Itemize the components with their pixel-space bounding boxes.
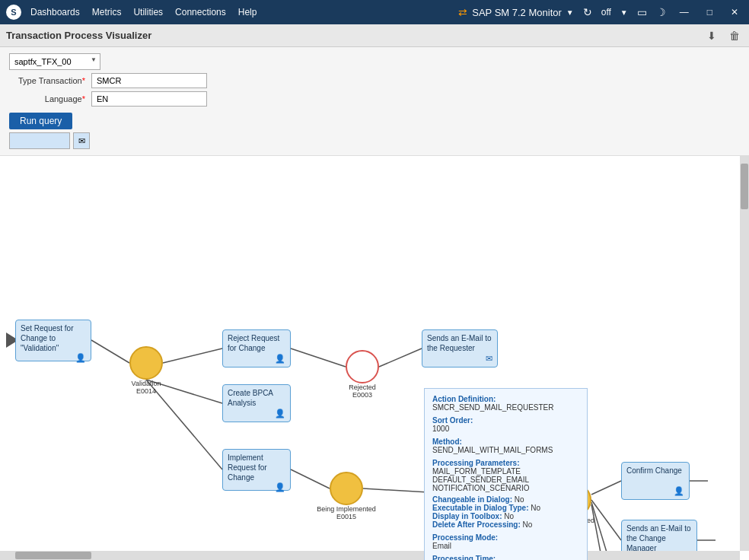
implement-request-text: Implement Request for Change [228,453,285,482]
close-button[interactable]: ✕ [726,7,743,18]
display-label: Display in Toolbox: [432,512,502,520]
processing-params-label: Processing Parameters: [432,459,579,467]
being-implemented-node[interactable]: Being ImplementedE0015 [330,472,363,505]
maximize-button[interactable]: □ [703,7,717,18]
language-row: Language* [9,91,740,107]
status-label: off [601,7,611,18]
reject-request-text: Reject Request for Change [228,333,285,354]
delete-button[interactable]: 🗑 [726,27,743,44]
title-bar-right: ↻ off ▼ ▭ ☽ — □ ✕ [583,6,743,18]
changeable-value: No [515,495,524,504]
svg-line-7 [291,469,330,488]
processing-time-label: Processing Time: [432,555,579,560]
set-request-node[interactable]: Set Request for Change to "Validation" 👤 [15,320,91,361]
confirm-user-icon: 👤 [674,486,684,496]
window-toolbar: Transaction Process Visualizer ⬇ 🗑 [0,24,749,47]
app-logo: S [6,5,21,20]
refresh-icon[interactable]: ↻ [583,6,592,18]
validation-label: ValidationE0014 [132,380,161,395]
processing-params-value: MAIL_FORM_TEMPLATE DEFAULT_SENDER_EMAIL … [432,467,579,492]
svg-line-2 [163,348,222,363]
reject-request-node[interactable]: Reject Request for Change 👤 [222,329,291,368]
email-requester-icon: ✉ [486,354,492,364]
vscrollbar-thumb[interactable] [741,164,748,209]
canvas-area: Set Request for Change to "Validation" 👤… [0,156,749,560]
implement-user-icon: 👤 [275,482,285,492]
moon-icon[interactable]: ☽ [656,6,666,18]
download-button[interactable]: ⬇ [703,27,720,44]
create-bpca-node[interactable]: Create BPCA Analysis 👤 [222,384,291,422]
svg-line-1 [91,340,129,363]
title-bar-center: ⇄ SAP SM 7.2 Monitor ▼ [458,6,573,18]
horizontal-scrollbar[interactable] [0,551,740,560]
nav-dashboards[interactable]: Dashboards [30,7,80,18]
search-box-row: ✉ [9,132,740,149]
executable-label: Executable in Dialog Type: [432,504,529,512]
sort-order-label: Sort Order: [432,416,579,425]
title-bar-nav: Dashboards Metrics Utilities Connections… [30,7,449,18]
executable-value: No [531,504,540,512]
delete-label: Delete After Processing: [432,520,521,529]
set-request-text: Set Request for Change to "Validation" [21,323,86,353]
monitor-icon: ⇄ [458,6,467,18]
processing-mode-value: Email [432,542,579,550]
confirm-change-text: Confirm Change [626,466,682,486]
rejected-label: RejectedE0003 [349,383,376,399]
canvas-inner: Set Request for Change to "Validation" 👤… [0,156,749,560]
being-implemented-label: Being ImplementedE0015 [317,505,376,520]
create-bpca-user-icon: 👤 [275,409,285,418]
run-query-row: Run query [9,110,740,129]
sends-email-manager-text: Sends an E-Mail to the Change Manager [626,523,692,553]
implement-request-node[interactable]: Implement Request for Change 👤 [222,449,291,491]
reject-user-icon: 👤 [275,354,285,364]
action-def-label: Action Definition: [432,395,579,403]
sort-order-value: 1000 [432,425,579,433]
flags-section: Changeable in Dialog: No Executable in D… [432,495,579,529]
nav-metrics[interactable]: Metrics [92,7,122,18]
profile-dropdown[interactable]: saptfx_TFX_00 [9,53,100,70]
action-def-value: SMCR_SEND_MAIL_REQUESTER [432,403,579,412]
title-bar: S Dashboards Metrics Utilities Connectio… [0,0,749,24]
svg-line-9 [591,481,621,495]
monitor-dropdown-icon[interactable]: ▼ [566,8,574,17]
type-transaction-label: Type Transaction* [9,76,85,85]
language-label: Language* [9,94,85,103]
language-input[interactable] [91,91,207,107]
confirm-change-node[interactable]: Confirm Change 👤 [621,462,690,500]
dropdown-row: saptfx_TFX_00 [9,53,740,70]
run-query-button[interactable]: Run query [9,113,72,129]
method-label: Method: [432,438,579,446]
sends-email-requester-node[interactable]: Sends an E-Mail to the Requester ✉ [422,329,498,368]
vertical-scrollbar[interactable] [740,156,749,551]
hscrollbar-thumb[interactable] [15,552,91,559]
email-filter-icon[interactable]: ✉ [73,132,90,149]
window-title: Transaction Process Visualizer [6,30,697,41]
nav-connections[interactable]: Connections [175,7,226,18]
display-icon[interactable]: ▭ [637,6,647,18]
validation-node[interactable]: ValidationE0014 [129,346,163,380]
set-request-user-icon: 👤 [75,353,86,363]
svg-line-3 [291,348,346,367]
status-dropdown[interactable]: ▼ [620,8,628,17]
nav-utilities[interactable]: Utilities [133,7,163,18]
create-bpca-text: Create BPCA Analysis [228,388,285,409]
profile-dropdown-wrapper[interactable]: saptfx_TFX_00 [9,53,100,70]
svg-line-10 [591,500,621,540]
minimize-button[interactable]: — [675,7,693,18]
form-area: saptfx_TFX_00 Type Transaction* Language… [0,47,749,156]
method-value: SEND_MAIL_WITH_MAIL_FORMS [432,446,579,454]
changeable-label: Changeable in Dialog: [432,495,512,504]
delete-value: No [523,520,533,529]
rejected-node[interactable]: RejectedE0003 [346,350,379,383]
search-input[interactable] [9,132,70,149]
main-window: Transaction Process Visualizer ⬇ 🗑 saptf… [0,24,749,560]
type-transaction-row: Type Transaction* [9,73,740,88]
info-popup: Action Definition: SMCR_SEND_MAIL_REQUES… [424,388,588,560]
monitor-title: SAP SM 7.2 Monitor [472,7,562,18]
display-value: No [504,512,514,520]
svg-line-4 [379,348,422,367]
canvas-scroll[interactable]: Set Request for Change to "Validation" 👤… [0,156,749,560]
nav-help[interactable]: Help [238,7,257,18]
type-transaction-input[interactable] [91,73,207,88]
sends-email-requester-text: Sends an E-Mail to the Requester [427,333,492,354]
